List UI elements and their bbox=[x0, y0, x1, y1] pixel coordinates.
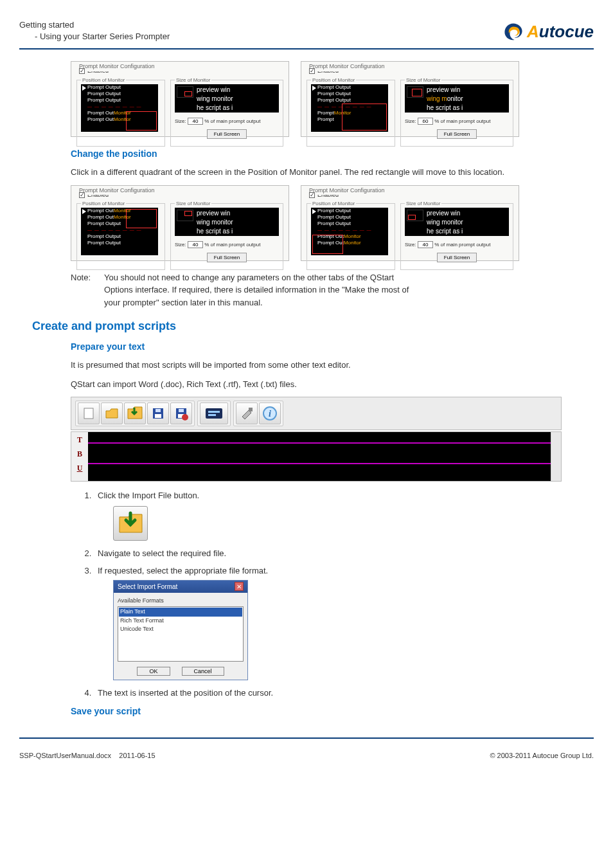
svg-text:i: i bbox=[269, 409, 271, 419]
size-input-row: Size: % of main prompt output bbox=[175, 118, 279, 125]
editor-scrollbar[interactable] bbox=[551, 432, 561, 481]
size-input[interactable] bbox=[418, 241, 433, 248]
step-3: If requested, select the appropriate fil… bbox=[94, 565, 562, 680]
full-screen-button[interactable]: Full Screen bbox=[207, 253, 247, 262]
svg-rect-10 bbox=[208, 414, 216, 416]
panel-row-1: Prompt Monitor Configuration Enabled Pos… bbox=[71, 61, 562, 137]
svg-point-7 bbox=[182, 414, 188, 420]
size-preview: preview win wing monitor he script as i bbox=[405, 208, 509, 236]
step-1: Click the Import File button. bbox=[94, 489, 562, 541]
position-preview[interactable]: Prompt Output Prompt Output Prompt Outpu… bbox=[311, 84, 388, 132]
step-4: The text is inserted at the position of … bbox=[94, 687, 562, 700]
footer-right: © 2003-2011 Autocue Group Ltd. bbox=[490, 750, 594, 761]
list-item[interactable]: Rich Text Format bbox=[119, 617, 242, 626]
position-label: Position of Monitor bbox=[311, 200, 356, 208]
svg-rect-6 bbox=[179, 409, 184, 412]
marker-line-top bbox=[88, 442, 551, 444]
list-item[interactable]: Unicode Text bbox=[119, 625, 242, 634]
save-button[interactable] bbox=[147, 402, 169, 424]
editor-area: T B U bbox=[71, 431, 562, 482]
close-icon[interactable]: ✕ bbox=[235, 582, 244, 591]
logo-swirl-icon bbox=[502, 21, 524, 43]
size-label: Size of Monitor bbox=[175, 77, 211, 84]
heading-change-position: Change the position bbox=[71, 147, 562, 161]
position-preview[interactable]: Prompt Output Prompt Output Prompt Outpu… bbox=[311, 208, 388, 255]
size-input[interactable] bbox=[188, 241, 203, 248]
heading-prepare: Prepare your text bbox=[71, 340, 562, 354]
paragraph-import-types: QStart can import Word (.doc), Rich Text… bbox=[71, 378, 562, 391]
paragraph-presumed: It is presumed that most scripts will be… bbox=[71, 359, 562, 372]
panel-title: Prompt Monitor Configuration bbox=[78, 186, 156, 195]
red-rectangle bbox=[126, 111, 157, 131]
toolbar: i bbox=[71, 397, 562, 430]
step-2: Navigate to select the required file. bbox=[94, 547, 562, 560]
underline-button[interactable]: U bbox=[73, 462, 86, 475]
save-as-button[interactable] bbox=[170, 402, 192, 424]
mini-preview bbox=[407, 210, 423, 221]
page-footer: SSP-QStartUserManual.docx 2011-06-15 © 2… bbox=[19, 737, 594, 761]
info-button[interactable]: i bbox=[259, 402, 281, 424]
new-button[interactable] bbox=[78, 402, 100, 424]
toolbar-group-tools: i bbox=[233, 401, 283, 426]
available-formats-label: Available Formats bbox=[118, 597, 244, 606]
heading-save: Save your script bbox=[71, 705, 562, 718]
position-label: Position of Monitor bbox=[311, 77, 356, 84]
size-label: Size of Monitor bbox=[175, 200, 211, 208]
bold-button[interactable]: B bbox=[73, 448, 86, 460]
position-label: Position of Monitor bbox=[81, 77, 126, 84]
full-screen-button[interactable]: Full Screen bbox=[437, 253, 477, 262]
size-input[interactable] bbox=[188, 118, 203, 125]
size-input-row: Size: % of main prompt output bbox=[175, 241, 279, 249]
header-divider bbox=[19, 48, 594, 50]
prompt-button[interactable] bbox=[200, 402, 228, 424]
editor-canvas[interactable] bbox=[88, 432, 551, 481]
config-panel: Prompt Monitor Configuration Enabled Pos… bbox=[301, 61, 519, 137]
play-icon bbox=[312, 209, 316, 214]
import-file-button[interactable] bbox=[113, 506, 148, 541]
position-group: Position of Monitor Prompt OutMonitor Pr… bbox=[76, 203, 165, 270]
red-rectangle bbox=[126, 209, 157, 228]
size-input[interactable] bbox=[418, 118, 433, 125]
size-preview: preview win wing monitor he script as i bbox=[175, 84, 279, 113]
note-block: Note: You should not need to change any … bbox=[71, 271, 562, 309]
note-label: Note: bbox=[71, 271, 104, 309]
size-preview: preview win wing monitor he script as i bbox=[405, 84, 509, 113]
panel-title: Prompt Monitor Configuration bbox=[308, 62, 386, 71]
svg-rect-2 bbox=[155, 414, 161, 418]
svg-rect-8 bbox=[206, 408, 222, 419]
header-line1: Getting started bbox=[19, 19, 170, 31]
heading-create-prompt: Create and prompt scripts bbox=[32, 318, 562, 335]
full-screen-button[interactable]: Full Screen bbox=[207, 129, 247, 139]
import-button[interactable] bbox=[124, 402, 146, 424]
page-header: Getting started - Using your Starter Ser… bbox=[19, 19, 594, 44]
mini-preview bbox=[407, 86, 423, 98]
font-button[interactable]: T bbox=[73, 433, 86, 446]
toolbar-group-file bbox=[75, 401, 195, 426]
position-preview[interactable]: Prompt OutMonitor Prompt OutMonitor Prom… bbox=[81, 208, 158, 255]
config-panel: Prompt Monitor Configuration Enabled Pos… bbox=[301, 185, 519, 261]
footer-divider bbox=[19, 737, 594, 739]
logo-text: Autocue bbox=[527, 19, 594, 44]
size-group: Size of Monitor preview win wing monitor… bbox=[400, 203, 513, 270]
position-preview[interactable]: Prompt Output Prompt Output Prompt Outpu… bbox=[81, 84, 158, 132]
position-group: Position of Monitor Prompt Output Prompt… bbox=[306, 203, 395, 270]
format-listbox[interactable]: Plain Text Rich Text Format Unicode Text bbox=[118, 606, 244, 662]
svg-rect-3 bbox=[155, 409, 161, 412]
svg-rect-11 bbox=[249, 408, 253, 411]
size-input-row: Size: % of main prompt output bbox=[405, 118, 509, 125]
full-screen-button[interactable]: Full Screen bbox=[437, 129, 477, 139]
cancel-button[interactable]: Cancel bbox=[182, 667, 224, 676]
mini-preview bbox=[177, 86, 193, 98]
size-label: Size of Monitor bbox=[405, 200, 441, 208]
position-group: Position of Monitor Prompt Output Prompt… bbox=[76, 80, 165, 147]
play-icon bbox=[82, 86, 86, 91]
ok-button[interactable]: OK bbox=[137, 667, 170, 676]
config-panel: Prompt Monitor Configuration Enabled Pos… bbox=[71, 61, 289, 137]
svg-rect-9 bbox=[208, 411, 220, 413]
open-button[interactable] bbox=[101, 402, 123, 424]
list-item[interactable]: Plain Text bbox=[119, 608, 242, 617]
panel-title: Prompt Monitor Configuration bbox=[308, 186, 386, 195]
marker-line-bottom bbox=[88, 463, 551, 464]
settings-button[interactable] bbox=[236, 402, 258, 424]
header-line2: - Using your Starter Series Prompter bbox=[19, 31, 170, 42]
